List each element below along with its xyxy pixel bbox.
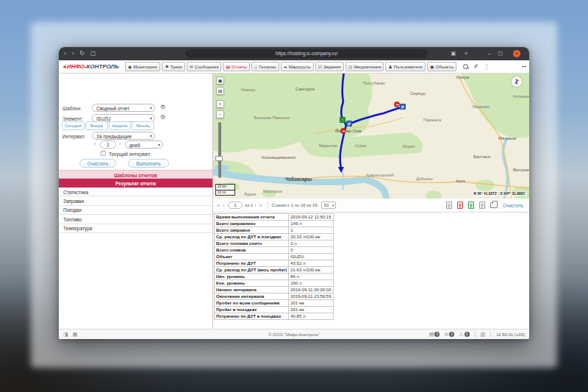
logo-arrow-icon: ◄ [62, 64, 67, 69]
count-increment[interactable]: › [119, 141, 121, 146]
nav-tab[interactable]: ◇ Геозоны [251, 62, 279, 71]
quick-range-button[interactable]: Месяц [132, 121, 154, 130]
map-town-label: Уржум [456, 75, 469, 79]
menu-icon[interactable]: ≡ [465, 50, 467, 57]
nav-tab[interactable]: ➔ Маршруты [281, 62, 314, 71]
quick-range-button[interactable]: Неделя [109, 121, 132, 130]
nav-tab[interactable]: ▤ Отчеты [223, 62, 249, 71]
notification-badge-group[interactable]: ⚠ 0 [459, 332, 469, 338]
template-settings-icon[interactable]: ⚙ [160, 104, 165, 110]
quick-range-button[interactable]: Вчера [85, 121, 108, 130]
next-page-button[interactable]: › [254, 203, 256, 208]
notification-badge-group[interactable]: ▤ 0 [429, 332, 440, 338]
excel-export-icon[interactable] [468, 202, 474, 209]
logout-icon[interactable]: ↦ [522, 64, 526, 70]
quick-range-button[interactable]: Сегодня [62, 121, 85, 130]
nav-tab-icon: ☑ [318, 64, 322, 69]
stop-marker[interactable] [340, 128, 346, 134]
print-icon[interactable] [490, 202, 498, 208]
clear-form-button[interactable]: Очистить [79, 159, 116, 168]
stop-marker[interactable] [394, 101, 400, 107]
zoom-out-button[interactable]: − [216, 110, 224, 118]
forward-icon[interactable]: › [72, 47, 74, 60]
row-value: 2019-09-11 23:59:59 [289, 293, 333, 300]
current-interval-checkbox[interactable] [101, 151, 106, 156]
reload-icon[interactable]: ↻ [79, 47, 85, 60]
nav-tab[interactable]: ◷ Уведомления [345, 62, 384, 71]
element-settings-icon[interactable]: ⚙ [160, 114, 165, 121]
row-label: Потрачено по ДУТ [215, 260, 289, 267]
grid-icon[interactable]: ▦ [73, 332, 78, 338]
row-label: Ср. расход по ДУТ в поездках [215, 234, 289, 240]
table-row: Всего заправлено 149 л [215, 221, 334, 227]
notification-badge-group[interactable]: ✉ 0 [444, 332, 454, 338]
row-value: ISUZU [289, 254, 333, 260]
last-page-button[interactable]: » [259, 203, 262, 208]
count-input[interactable] [100, 140, 116, 149]
nav-tab[interactable]: ◉ Мониторинг [125, 62, 161, 71]
run-report-button[interactable]: Выполнить [128, 159, 169, 168]
template-select[interactable]: Сводный отчет [92, 104, 155, 112]
row-value: 201 км [289, 300, 333, 307]
row-value: 2019-09-11 00:00:00 [289, 287, 333, 293]
result-list-item[interactable]: Температура [59, 224, 212, 233]
unit-select[interactable]: дней [125, 140, 163, 149]
row-value: 149 л [289, 221, 333, 227]
zoom-in-button[interactable]: + [216, 100, 224, 108]
trip-start-marker[interactable] [340, 117, 345, 123]
pages-icon[interactable]: ▢ [90, 47, 96, 60]
section-report-templates[interactable]: Шаблоны отчетов [59, 170, 212, 179]
map-layers-button[interactable]: ▤ [216, 87, 224, 95]
close-button[interactable]: ✕ [513, 50, 520, 57]
row-value: 20.33 л/100 км [289, 234, 333, 240]
divider [490, 331, 491, 338]
columns-icon[interactable]: ▥ [481, 332, 486, 338]
nav-tab[interactable]: ☑ Задания [315, 62, 344, 71]
compass-control[interactable] [512, 76, 522, 87]
nav-tab[interactable]: ✉ Сообщения [187, 62, 222, 71]
doc-export-icon[interactable] [479, 202, 485, 209]
quick-range-buttons: СегодняВчераНеделяМесяц [62, 121, 154, 130]
result-list-item[interactable]: Статистика [59, 188, 212, 196]
nav-tab-icon: ◉ [128, 64, 132, 69]
count-decrement[interactable]: ‹ [94, 141, 96, 146]
url-bar[interactable]: https://hosting.ic-company.ru/ [185, 49, 428, 58]
row-label: Пробег в поездках [215, 307, 289, 313]
parking-marker[interactable]: P [400, 104, 406, 110]
table-row: Всего заправок 1 [215, 227, 334, 234]
map-town-label: Параньга [423, 118, 441, 122]
prev-page-button[interactable]: ‹ [223, 203, 224, 208]
map-coordinates: N 56° 41.6372' : E 047° 31.8981' [473, 191, 527, 196]
first-page-button[interactable]: « [217, 203, 220, 208]
nav-tab[interactable]: ⚑ Треки [162, 62, 184, 71]
row-label: Начало интервала [215, 287, 289, 293]
pdf-export-icon[interactable] [457, 202, 463, 209]
page-size-select[interactable]: 50 [321, 202, 337, 209]
page-input[interactable] [228, 202, 243, 209]
map-panel[interactable]: НежнурСанчурскПектубаевоСернурУржумЛазар… [213, 74, 529, 199]
more-icon[interactable]: ⋮ [484, 63, 490, 70]
notification-icon: ▤ [429, 332, 434, 338]
nav-tab[interactable]: ▣ Объекты [427, 62, 456, 71]
interval-select[interactable]: За предыдущие [92, 132, 155, 140]
result-list-item[interactable]: Топливо [59, 215, 212, 224]
minimize-button[interactable]: – [488, 50, 491, 57]
map-fit-button[interactable]: ▣ [216, 76, 224, 85]
maximize-button[interactable]: ▢ [498, 50, 503, 57]
result-list-item[interactable]: Заправки [59, 196, 212, 205]
back-icon[interactable]: ‹ [64, 47, 66, 60]
nav-tab[interactable]: ♟ Пользователи [385, 62, 426, 71]
section-report-result[interactable]: Результат отчета [59, 179, 212, 188]
notification-icon: ✉ [444, 332, 448, 338]
panel-toggle-icon[interactable]: ◨ [63, 332, 68, 338]
clear-report-link[interactable]: Очистить [503, 203, 523, 208]
zoom-slider-track[interactable] [218, 122, 221, 178]
zoom-slider-handle[interactable] [215, 156, 223, 161]
search-icon[interactable] [463, 64, 468, 69]
measure-icon[interactable]: ✐ [473, 63, 478, 70]
parking-marker[interactable]: P [346, 121, 352, 126]
table-export-icon[interactable] [446, 202, 452, 209]
row-value: 0 [289, 247, 333, 254]
result-list-item[interactable]: Поездки [59, 206, 212, 215]
tab-overview-icon[interactable]: ▣ [451, 50, 456, 57]
